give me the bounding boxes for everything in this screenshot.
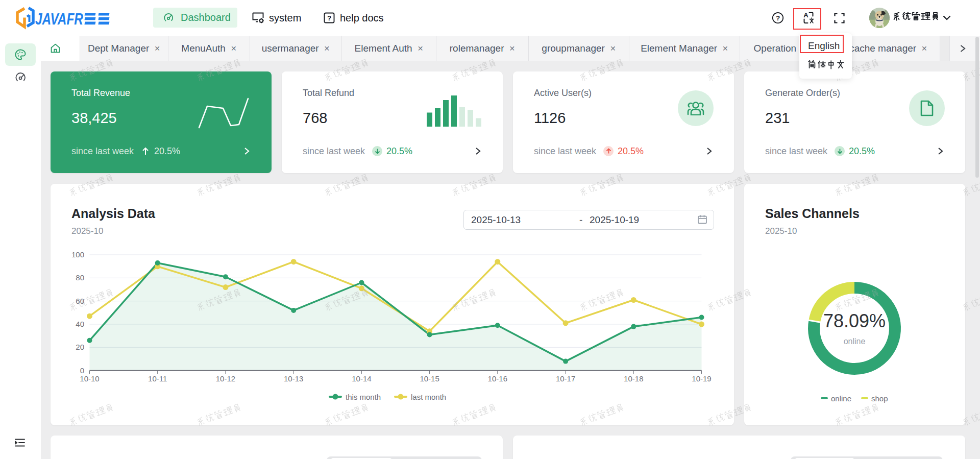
svg-text:10-14: 10-14 xyxy=(352,374,371,383)
svg-text:10-10: 10-10 xyxy=(80,374,99,383)
svg-text:10-11: 10-11 xyxy=(148,374,167,383)
svg-text:10-13: 10-13 xyxy=(284,374,303,383)
svg-text:10-15: 10-15 xyxy=(420,374,439,383)
svg-text:?: ? xyxy=(776,14,780,22)
svg-text:80: 80 xyxy=(76,273,84,282)
svg-text:last month: last month xyxy=(411,393,446,401)
svg-text:78.09%: 78.09% xyxy=(823,310,886,331)
svg-text:100: 100 xyxy=(71,250,84,259)
svg-text:10-19: 10-19 xyxy=(692,374,711,383)
svg-text:?: ? xyxy=(327,14,331,22)
svg-text:0: 0 xyxy=(80,366,84,375)
svg-text:60: 60 xyxy=(76,297,84,305)
svg-text:20: 20 xyxy=(76,343,84,351)
svg-text:shop: shop xyxy=(871,394,888,403)
svg-text:10-18: 10-18 xyxy=(624,374,643,383)
svg-text:10-17: 10-17 xyxy=(556,374,575,383)
svg-text:this month: this month xyxy=(346,393,381,401)
svg-text:10-16: 10-16 xyxy=(488,374,507,383)
svg-text:online: online xyxy=(844,337,866,346)
svg-text:JAVAFR: JAVAFR xyxy=(35,10,83,28)
svg-text:online: online xyxy=(831,394,851,403)
svg-text:10-12: 10-12 xyxy=(216,374,235,383)
svg-text:40: 40 xyxy=(76,320,84,328)
